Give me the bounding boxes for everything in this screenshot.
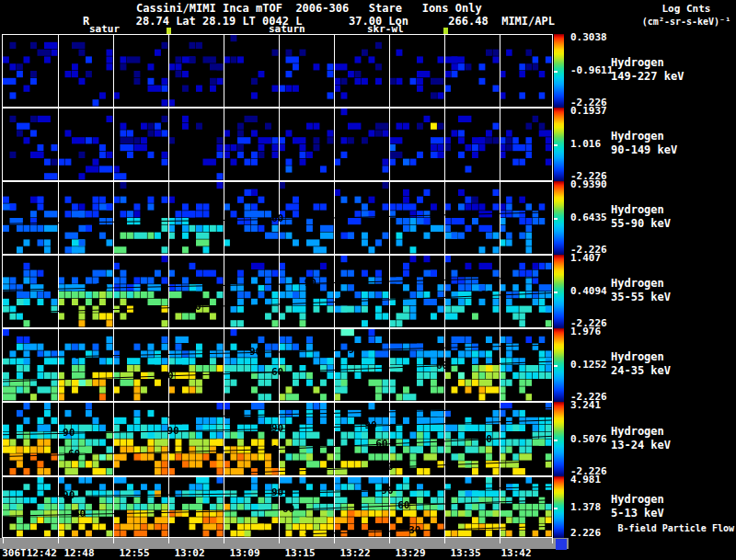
panel-species-label: Hydrogen xyxy=(611,278,664,290)
panel-energy-label: 5-13 keV xyxy=(611,508,664,520)
colorbar-tick-top: 4.981 xyxy=(570,474,601,486)
colorbar-tick-mid: 0.6435 xyxy=(570,212,607,223)
spectrogram-panel xyxy=(2,181,553,255)
panel-species-label: Hydrogen xyxy=(611,57,664,69)
colorbar-mid-tick xyxy=(554,291,558,293)
colorbar-tick-mid: 0.5076 xyxy=(570,434,607,445)
colorbar-tail xyxy=(556,539,567,550)
time-label: 13:02 xyxy=(174,548,204,559)
time-axis-tick xyxy=(279,538,280,543)
spectrogram-canvas xyxy=(3,109,552,180)
colorbar-tick-mid: 1.378 xyxy=(570,502,601,513)
panel-energy-label: 55-90 keV xyxy=(611,218,671,230)
spectrogram-canvas xyxy=(3,477,552,537)
page-title: Cassini/MIMI Inca mTOF 2006-306 Stare Io… xyxy=(136,3,482,15)
colorbar-tick-mid: -0.9611 xyxy=(570,65,613,76)
spectrogram-panel xyxy=(2,402,553,476)
colorbar-mid-tick xyxy=(554,508,558,509)
colorbar xyxy=(554,476,564,538)
time-axis-tick xyxy=(500,538,500,543)
time-label: 13:35 xyxy=(450,548,480,559)
colorbar-mid-tick xyxy=(554,218,558,220)
spectrogram-canvas xyxy=(3,403,552,475)
time-axis-tick xyxy=(389,538,390,543)
colorbar-tick-top: 0.9390 xyxy=(570,179,607,190)
colorbar-tick-mid: 0.1252 xyxy=(570,360,607,371)
colorbar xyxy=(554,402,564,476)
colorbar xyxy=(554,181,564,255)
time-label: 12:55 xyxy=(119,548,149,559)
colorbar xyxy=(554,34,564,108)
time-axis-tick xyxy=(3,538,4,543)
panel-species-label: Hydrogen xyxy=(611,426,664,438)
time-label: 13:22 xyxy=(339,548,370,559)
panel-energy-label: 35-55 keV xyxy=(611,291,671,303)
time-axis-tick xyxy=(552,538,553,543)
event-marker xyxy=(443,28,448,34)
colorbar-legend-units: (cm²-sr-s-keV)⁻¹ xyxy=(638,17,734,27)
spectrogram-panel xyxy=(2,328,553,402)
time-axis-tick xyxy=(334,538,335,543)
top-axis-annotation: satur xyxy=(89,24,120,35)
spectrogram-panel xyxy=(2,34,553,108)
panel-species-label: Hydrogen xyxy=(611,131,664,143)
panel-species-label: Hydrogen xyxy=(611,351,664,363)
colorbar-mid-tick xyxy=(554,365,558,367)
top-axis-annotation: skr-wl xyxy=(367,24,404,35)
spectrogram-canvas xyxy=(3,35,552,107)
time-label: 13:29 xyxy=(395,548,425,559)
colorbar-tick-top: 3.241 xyxy=(570,400,601,411)
spectrogram-canvas xyxy=(3,182,552,254)
time-axis-tick xyxy=(58,538,59,543)
colorbar-mid-tick xyxy=(554,440,558,441)
panel-species-label: Hydrogen xyxy=(611,494,664,506)
bfield-particle-flow-label: B-field Particle Flow xyxy=(618,523,734,533)
time-axis-tick xyxy=(444,538,445,543)
panel-species-label: Hydrogen xyxy=(611,204,664,216)
panel-energy-label: 90-149 keV xyxy=(611,144,677,156)
time-label: 306T12:42 xyxy=(2,548,57,559)
colorbar-tick-mid: 0.4094 xyxy=(570,286,607,297)
time-label: 13:15 xyxy=(284,548,315,559)
colorbar-tick-top: 0.3038 xyxy=(570,32,607,43)
time-axis-tick xyxy=(224,538,224,543)
colorbar-tick-bottom: 2.226 xyxy=(570,528,601,539)
colorbar-tick-top: 1.407 xyxy=(570,253,601,264)
panel-energy-label: 13-24 keV xyxy=(611,440,671,451)
orbit-params: R 28.74 Lat 28.19 LT 0042 L 37.00 Lon 26… xyxy=(83,16,555,28)
time-label: 13:42 xyxy=(500,548,531,559)
colorbar-tick-mid: 1.016 xyxy=(570,139,601,150)
time-axis-tick xyxy=(113,538,114,543)
panel-energy-label: 24-35 keV xyxy=(611,365,671,377)
top-axis-annotation: saturn xyxy=(269,24,305,35)
panel-energy-label: 149-227 keV xyxy=(611,71,684,83)
spectrogram-panel xyxy=(2,108,553,181)
time-label: 12:48 xyxy=(63,548,94,559)
time-axis-tick xyxy=(168,538,169,543)
colorbar xyxy=(554,328,564,402)
colorbar xyxy=(554,108,564,181)
colorbar xyxy=(554,255,564,328)
colorbar-mid-tick xyxy=(554,144,558,146)
colorbar-tick-top: 0.1937 xyxy=(570,106,607,117)
colorbar-mid-tick xyxy=(554,71,558,73)
colorbar-legend-title: Log Cnts xyxy=(642,4,730,15)
spectrogram-panel xyxy=(2,476,553,538)
time-label: 13:09 xyxy=(229,548,259,559)
spectrogram-canvas xyxy=(3,329,552,401)
event-marker xyxy=(167,28,171,34)
spectrogram-panel xyxy=(2,255,553,328)
colorbar-tick-top: 1.976 xyxy=(570,326,601,337)
spectrogram-canvas xyxy=(3,256,552,327)
spectrogram-page: Cassini/MIMI Inca mTOF 2006-306 Stare Io… xyxy=(0,0,736,560)
